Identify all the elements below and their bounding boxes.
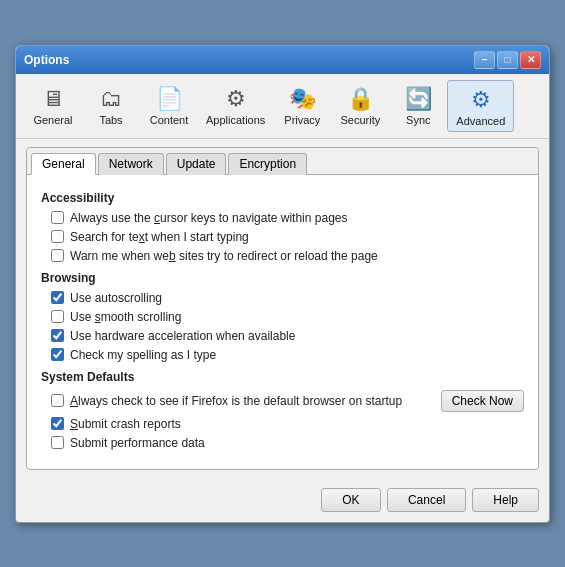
option-crash-reports: Submit crash reports <box>51 417 524 431</box>
checkbox-search-text[interactable] <box>51 230 64 243</box>
toolbar-item-privacy[interactable]: Privacy <box>273 80 331 132</box>
privacy-icon <box>289 84 316 112</box>
toolbar-item-tabs[interactable]: Tabs <box>82 80 140 132</box>
options-window: Options – □ ✕ General Tabs Content Appli… <box>15 45 550 523</box>
checkbox-warn-redirect[interactable] <box>51 249 64 262</box>
checkbox-cursor-keys[interactable] <box>51 211 64 224</box>
title-bar: Options – □ ✕ <box>16 46 549 74</box>
toolbar-label-tabs: Tabs <box>99 114 122 126</box>
toolbar-label-content: Content <box>150 114 189 126</box>
checkbox-crash-reports[interactable] <box>51 417 64 430</box>
option-hw-acceleration: Use hardware acceleration when available <box>51 329 524 343</box>
toolbar-item-advanced[interactable]: Advanced <box>447 80 514 132</box>
security-icon <box>347 84 374 112</box>
window-title: Options <box>24 53 69 67</box>
label-warn-redirect: Warn me when web sites try to redirect o… <box>70 249 378 263</box>
general-icon <box>42 84 64 112</box>
tab-general[interactable]: General <box>31 153 96 175</box>
label-crash-reports: Submit crash reports <box>70 417 181 431</box>
checkbox-spell-check[interactable] <box>51 348 64 361</box>
label-spell-check: Check my spelling as I type <box>70 348 216 362</box>
option-search-text: Search for text when I start typing <box>51 230 524 244</box>
advanced-icon <box>471 85 491 113</box>
option-smooth-scrolling: Use smooth scrolling <box>51 310 524 324</box>
option-warn-redirect: Warn me when web sites try to redirect o… <box>51 249 524 263</box>
section-accessibility-label: Accessibility <box>41 191 524 205</box>
label-search-text: Search for text when I start typing <box>70 230 249 244</box>
label-cursor-keys: Always use the cursor keys to navigate w… <box>70 211 347 225</box>
toolbar-label-advanced: Advanced <box>456 115 505 127</box>
toolbar-item-applications[interactable]: Applications <box>198 80 273 132</box>
close-button[interactable]: ✕ <box>520 51 541 69</box>
tab-content-general: Accessibility Always use the cursor keys… <box>27 175 538 459</box>
label-smooth-scrolling: Use smooth scrolling <box>70 310 181 324</box>
label-autoscrolling: Use autoscrolling <box>70 291 162 305</box>
label-default-browser: Always check to see if Firefox is the de… <box>70 394 431 408</box>
maximize-button[interactable]: □ <box>497 51 518 69</box>
checkbox-default-browser[interactable] <box>51 394 64 407</box>
inner-panel: General Network Update Encryption Access… <box>26 147 539 470</box>
option-spell-check: Check my spelling as I type <box>51 348 524 362</box>
tab-network[interactable]: Network <box>98 153 164 175</box>
tabs-icon <box>100 84 122 112</box>
toolbar-label-security: Security <box>340 114 380 126</box>
option-perf-data: Submit performance data <box>51 436 524 450</box>
label-hw-acceleration: Use hardware acceleration when available <box>70 329 295 343</box>
inner-tab-bar: General Network Update Encryption <box>27 148 538 175</box>
applications-icon <box>226 84 246 112</box>
section-system-label: System Defaults <box>41 370 524 384</box>
check-now-button[interactable]: Check Now <box>441 390 524 412</box>
cancel-button[interactable]: Cancel <box>387 488 466 512</box>
section-browsing-label: Browsing <box>41 271 524 285</box>
sync-icon <box>405 84 432 112</box>
help-button[interactable]: Help <box>472 488 539 512</box>
toolbar-item-security[interactable]: Security <box>331 80 389 132</box>
checkbox-perf-data[interactable] <box>51 436 64 449</box>
toolbar: General Tabs Content Applications Privac… <box>16 74 549 139</box>
checkbox-autoscrolling[interactable] <box>51 291 64 304</box>
checkbox-smooth-scrolling[interactable] <box>51 310 64 323</box>
main-content: General Network Update Encryption Access… <box>16 139 549 480</box>
toolbar-item-general[interactable]: General <box>24 80 82 132</box>
checkbox-hw-acceleration[interactable] <box>51 329 64 342</box>
tab-update[interactable]: Update <box>166 153 227 175</box>
toolbar-item-content[interactable]: Content <box>140 80 198 132</box>
ok-button[interactable]: OK <box>321 488 381 512</box>
toolbar-label-applications: Applications <box>206 114 265 126</box>
toolbar-label-privacy: Privacy <box>284 114 320 126</box>
label-perf-data: Submit performance data <box>70 436 205 450</box>
window-controls: – □ ✕ <box>474 51 541 69</box>
option-default-browser: Always check to see if Firefox is the de… <box>51 390 524 412</box>
option-autoscrolling: Use autoscrolling <box>51 291 524 305</box>
option-cursor-keys: Always use the cursor keys to navigate w… <box>51 211 524 225</box>
toolbar-label-general: General <box>33 114 72 126</box>
content-icon <box>156 84 183 112</box>
tab-encryption[interactable]: Encryption <box>228 153 307 175</box>
toolbar-label-sync: Sync <box>406 114 430 126</box>
toolbar-item-sync[interactable]: Sync <box>389 80 447 132</box>
footer: OK Cancel Help <box>16 480 549 522</box>
minimize-button[interactable]: – <box>474 51 495 69</box>
